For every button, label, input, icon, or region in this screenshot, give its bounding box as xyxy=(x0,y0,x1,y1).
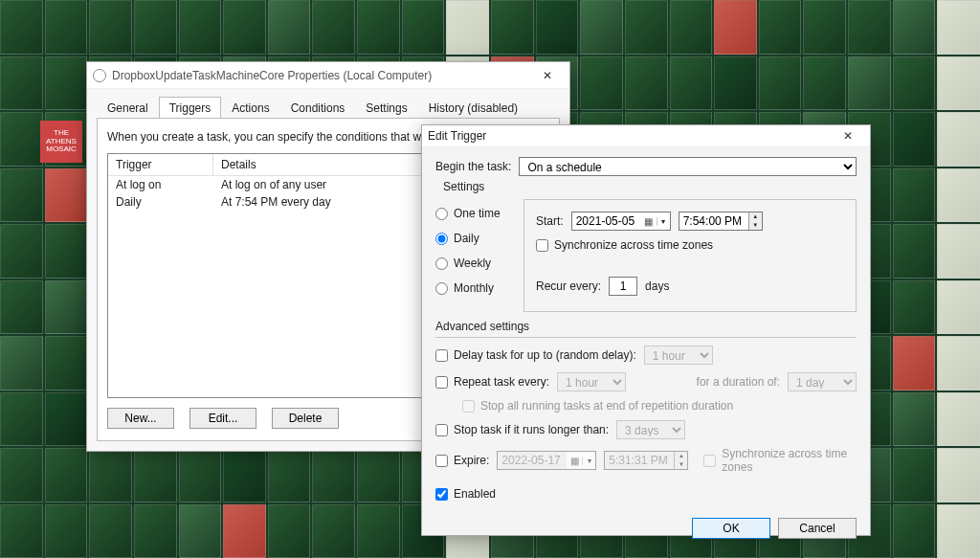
tab-triggers[interactable]: Triggers xyxy=(159,97,222,119)
chevron-down-icon: ▾ xyxy=(582,457,595,465)
column-trigger[interactable]: Trigger xyxy=(108,154,213,176)
expire-checkbox[interactable]: Expire: xyxy=(435,454,489,467)
stop-if-checkbox[interactable]: Stop task if it runs longer than: xyxy=(435,423,609,436)
expire-date-input: ▦ ▾ xyxy=(497,451,596,470)
repeat-value-select: 1 hour xyxy=(557,372,626,391)
tab-conditions[interactable]: Conditions xyxy=(280,97,356,119)
enabled-checkbox[interactable]: Enabled xyxy=(435,487,496,501)
expire-sync-checkbox: Synchronize across time zones xyxy=(703,447,857,474)
repeat-for-select: 1 day xyxy=(788,372,857,391)
cell-trigger: Daily xyxy=(108,193,213,211)
tab-general[interactable]: General xyxy=(97,97,159,119)
begin-task-select[interactable]: On a schedule xyxy=(519,157,857,176)
new-button[interactable]: New... xyxy=(107,408,174,429)
spin-up-icon[interactable]: ▲ xyxy=(749,212,762,221)
window-title: DropboxUpdateTaskMachineCore Properties … xyxy=(112,69,531,82)
spin-up-icon: ▲ xyxy=(675,452,687,460)
radio-monthly[interactable]: Monthly xyxy=(435,281,510,295)
delete-button[interactable]: Delete xyxy=(272,408,339,429)
begin-task-label: Begin the task: xyxy=(435,160,511,173)
close-icon[interactable]: ✕ xyxy=(832,125,864,146)
edit-trigger-window: Edit Trigger ✕ Begin the task: On a sche… xyxy=(421,124,871,536)
close-icon[interactable]: ✕ xyxy=(531,65,564,86)
start-time-input[interactable]: ▲▼ xyxy=(679,212,763,231)
settings-label: Settings xyxy=(443,180,857,193)
app-icon xyxy=(93,69,106,82)
radio-weekly[interactable]: Weekly xyxy=(435,257,510,270)
radio-daily[interactable]: Daily xyxy=(435,232,510,245)
advanced-settings-label: Advanced settings xyxy=(435,320,857,333)
tab-settings[interactable]: Settings xyxy=(355,97,417,119)
chevron-down-icon[interactable]: ▾ xyxy=(657,217,670,226)
ok-button[interactable]: OK xyxy=(692,518,770,539)
recur-unit: days xyxy=(645,279,669,293)
recur-label: Recur every: xyxy=(536,279,601,293)
recur-value-input[interactable] xyxy=(609,277,637,296)
delay-checkbox[interactable]: Delay task for up to (random delay): xyxy=(435,348,636,362)
spin-down-icon: ▼ xyxy=(675,460,687,469)
calendar-icon: ▦ xyxy=(567,456,582,466)
radio-one-time[interactable]: One time xyxy=(435,207,510,220)
delay-value-select: 1 hour xyxy=(644,346,713,365)
edit-button[interactable]: Edit... xyxy=(189,408,256,429)
tab-actions[interactable]: Actions xyxy=(221,97,279,119)
schedule-radio-group: One time Daily Weekly Monthly xyxy=(435,199,514,312)
desktop-badge: THE ATHENS MOSAIC xyxy=(40,121,82,163)
stop-if-select: 3 days xyxy=(616,420,685,439)
repeat-checkbox[interactable]: Repeat task every: xyxy=(435,375,549,389)
calendar-icon: ▦ xyxy=(641,216,657,227)
cell-trigger: At log on xyxy=(108,176,213,193)
titlebar[interactable]: Edit Trigger ✕ xyxy=(422,125,870,147)
titlebar[interactable]: DropboxUpdateTaskMachineCore Properties … xyxy=(87,62,569,89)
tabs-row: General Triggers Actions Conditions Sett… xyxy=(97,97,560,119)
start-label: Start: xyxy=(536,214,564,228)
stop-all-checkbox: Stop all running tasks at end of repetit… xyxy=(462,399,733,413)
start-date-input[interactable]: ▦ ▾ xyxy=(571,212,671,231)
expire-time-input: ▲▼ xyxy=(604,451,688,470)
sync-tz-checkbox[interactable]: Synchronize across time zones xyxy=(536,238,713,252)
repeat-for-label: for a duration of: xyxy=(697,375,780,389)
tab-history[interactable]: History (disabled) xyxy=(418,97,528,119)
window-title: Edit Trigger xyxy=(428,129,832,143)
cancel-button[interactable]: Cancel xyxy=(778,518,857,539)
spin-down-icon[interactable]: ▼ xyxy=(749,221,762,230)
